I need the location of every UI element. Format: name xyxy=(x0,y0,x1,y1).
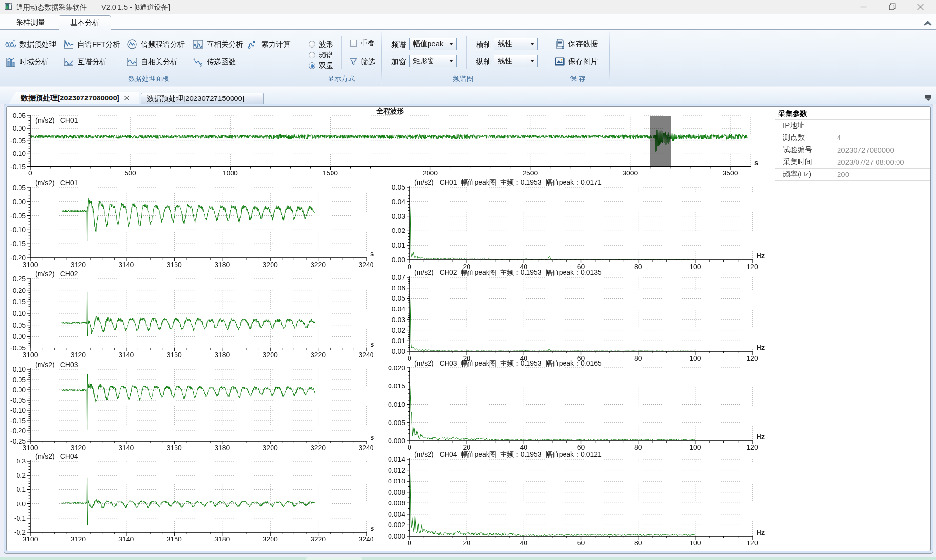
axes xyxy=(30,460,367,532)
radio-waveform[interactable]: 波形 xyxy=(309,39,333,49)
axes xyxy=(410,367,753,441)
collapse-ribbon-chevron-icon[interactable] xyxy=(923,19,932,27)
tab-list-menu-icon[interactable] xyxy=(925,94,932,101)
group-label-display-mode: 显示方式 xyxy=(312,75,370,83)
x-tick-label: 3120 xyxy=(71,261,86,269)
x-tick-label: 3180 xyxy=(214,351,230,359)
x-unit-label: s xyxy=(370,524,374,532)
button-time-domain[interactable]: 时域分析 xyxy=(5,56,49,68)
button-cross-spectrum[interactable]: 互谱分析 xyxy=(63,56,107,68)
button-fft-analysis[interactable]: 自谱FFT分析 xyxy=(63,39,120,50)
x-tick-label: 0 xyxy=(408,539,411,547)
button-transfer-function[interactable]: 1 5 传递函数 xyxy=(193,56,236,68)
tick-labels: 0204060801001200.070.060.050.040.030.020… xyxy=(392,273,758,362)
button-data-preprocess[interactable]: 数据预处理 xyxy=(5,39,56,50)
y-tick-label: 0.04 xyxy=(392,305,405,313)
param-row-value: 20230727080000 xyxy=(837,144,930,156)
y-tick-label: 0.07 xyxy=(392,273,405,281)
tick-labels: 0204060801001200.050.040.030.020.010.00 xyxy=(392,183,758,270)
button-label: 索力计算 xyxy=(261,40,291,49)
axes xyxy=(410,186,753,260)
waveform-CH02 xyxy=(410,291,695,351)
channel-label: (m/s2)CH01幅值peak图主频：0.1953幅值peak：0.0171 xyxy=(414,178,602,186)
selection-region[interactable] xyxy=(650,116,671,167)
x-unit-label: Hz xyxy=(756,432,765,441)
close-button[interactable] xyxy=(910,0,932,14)
x-tick-label: 3240 xyxy=(358,351,373,359)
ribbon-tab-basic-analysis[interactable]: 基本分析 xyxy=(58,15,111,30)
param-row-value: 2023/07/27 08:00:00 xyxy=(837,156,930,168)
channel-label: (m/s2)CH04 xyxy=(35,452,78,460)
chart-title: 全程波形 xyxy=(376,107,404,115)
x-tick-label: 3180 xyxy=(214,444,230,452)
waveform-CH01 xyxy=(30,130,748,152)
button-save-picture[interactable]: 保存图片 xyxy=(554,56,598,67)
document-tab-active[interactable]: 数据预处理[20230727080000] xyxy=(9,92,139,104)
y-tick-label: 0.00 xyxy=(392,256,405,264)
chevron-down-icon xyxy=(530,60,534,62)
button-auto-correlation[interactable]: 自相关分析 xyxy=(127,56,177,68)
app-icon xyxy=(5,3,13,11)
button-save-data[interactable]: 保存数据 xyxy=(554,38,598,50)
y-tick-label: 0.008 xyxy=(388,488,405,496)
button-label: 保存数据 xyxy=(568,39,598,49)
chevron-down-icon xyxy=(449,60,453,62)
x-tick-label: 3160 xyxy=(167,535,182,543)
waveform-CH03 xyxy=(62,374,315,430)
x-tick-label: 3220 xyxy=(311,261,326,269)
button-octave-spectrum[interactable]: 倍频程谱分析 xyxy=(127,39,185,50)
y-tick-label: -0.10 xyxy=(10,406,26,414)
close-tab-icon[interactable] xyxy=(123,95,130,101)
x-tick-label: 40 xyxy=(520,539,528,547)
y-tick-label: 0.1 xyxy=(17,485,26,493)
tick-labels: 05001000150020002500300035000.050.00-0.0… xyxy=(10,112,738,177)
y-tick-label: 0.010 xyxy=(388,401,405,408)
radio-dual-display[interactable]: 双显 xyxy=(309,61,333,71)
button-label: 筛选 xyxy=(361,58,375,67)
x-tick-label: 3220 xyxy=(311,535,326,543)
radio-circle-selected-icon xyxy=(309,62,315,69)
x-tick-label: 120 xyxy=(746,539,758,547)
y-tick-label: 0.002 xyxy=(388,521,405,529)
maximize-button[interactable] xyxy=(881,0,903,14)
checkbox-overlap[interactable]: 重叠 xyxy=(350,39,375,48)
x-tick-label: 3240 xyxy=(358,535,373,543)
combo-value: 线性 xyxy=(498,57,512,66)
y-tick-label: 0.20 xyxy=(13,287,26,294)
y-tick-label: 0.00 xyxy=(13,124,26,132)
button-filter[interactable]: 筛选 xyxy=(350,57,375,67)
axes xyxy=(30,187,367,258)
x-tick-label: 0 xyxy=(408,354,411,362)
button-cross-correlation[interactable]: 互相关分析 xyxy=(193,39,243,50)
button-label: 自谱FFT分析 xyxy=(78,40,120,49)
waveform-CH03 xyxy=(410,381,695,440)
y-tick-label: 0.00 xyxy=(392,348,405,355)
radio-spectrum[interactable]: 频谱 xyxy=(309,50,333,60)
y-tick-label: -0.15 xyxy=(10,417,26,425)
combo-window-type[interactable]: 矩形窗 xyxy=(409,55,457,67)
ticks xyxy=(27,279,366,351)
x-tick-label: 3160 xyxy=(167,444,182,452)
y-tick-label: 0.020 xyxy=(388,364,405,372)
y-tick-label: -0.05 xyxy=(10,344,26,352)
combo-spectrum-type[interactable]: 幅值peak xyxy=(409,38,457,50)
y-tick-label: 0.05 xyxy=(13,112,26,119)
button-cable-force[interactable]: 索力计算 xyxy=(247,39,291,50)
minimize-button[interactable] xyxy=(853,0,875,14)
chart-s3: 0204060801001200.0200.0150.0100.0050.000… xyxy=(388,359,765,451)
x-unit-label: Hz xyxy=(756,343,765,351)
tick-labels: 310031203140316031803200322032400.100.05… xyxy=(10,366,374,452)
tick-labels: 310031203140316031803200322032400.30.20.… xyxy=(14,457,374,543)
combo-x-axis-scale[interactable]: 线性 xyxy=(494,38,538,50)
document-tab-inactive[interactable]: 数据预处理[20230727150000] xyxy=(141,93,264,104)
param-row-label: 试验编号 xyxy=(783,144,832,156)
cross-correlation-icon xyxy=(193,39,203,50)
ribbon-tab-sampling[interactable]: 采样测量 xyxy=(9,16,53,30)
document-tab-label: 数据预处理[20230727150000] xyxy=(147,94,244,103)
x-tick-label: 1500 xyxy=(323,169,338,177)
combo-y-axis-scale[interactable]: 线性 xyxy=(494,55,538,67)
waveform-CH04 xyxy=(410,463,695,535)
y-tick-label: 0.05 xyxy=(392,183,405,191)
waveform-CH02 xyxy=(62,292,315,336)
y-tick-label: 0.02 xyxy=(392,327,405,334)
